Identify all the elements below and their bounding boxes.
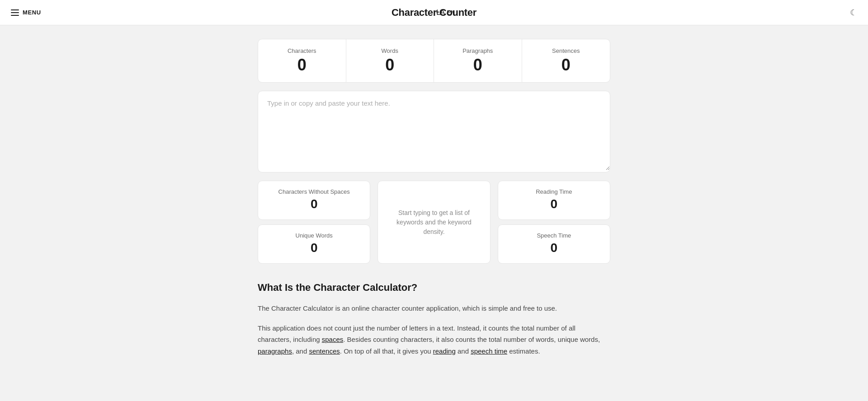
reading-time-card: Reading Time 0 xyxy=(498,181,610,220)
unique-words-label: Unique Words xyxy=(267,232,361,239)
paragraphs-label: Paragraphs xyxy=(443,47,513,54)
unique-words-card: Unique Words 0 xyxy=(258,224,370,264)
stats-row: Characters 0 Words 0 Paragraphs 0 Senten… xyxy=(258,39,610,83)
spaces-link[interactable]: spaces xyxy=(322,336,344,343)
info-para2-part3: , and xyxy=(292,347,309,355)
info-para2-part5: and xyxy=(456,347,471,355)
text-input[interactable] xyxy=(258,91,610,170)
words-label: Words xyxy=(355,47,425,54)
info-para-2: This application does not count just the… xyxy=(258,322,610,357)
keyword-card: Start typing to get a list of keywords a… xyxy=(377,181,490,264)
info-para-1: The Character Calculator is an online ch… xyxy=(258,303,610,314)
app-title: Character Counter xyxy=(392,7,476,19)
chars-no-spaces-label: Characters Without Spaces xyxy=(267,188,361,195)
textarea-container xyxy=(258,91,610,173)
paragraphs-link[interactable]: paragraphs xyxy=(258,347,292,355)
speech-time-link[interactable]: speech time xyxy=(471,347,507,355)
sentences-value: 0 xyxy=(531,57,601,73)
chars-no-spaces-value: 0 xyxy=(267,197,361,211)
sentences-label: Sentences xyxy=(531,47,601,54)
keyword-hint: Start typing to get a list of keywords a… xyxy=(387,208,481,237)
characters-label: Characters xyxy=(267,47,337,54)
speech-time-label: Speech Time xyxy=(507,232,601,239)
characters-value: 0 xyxy=(267,57,337,73)
info-para2-part4: . On top of all that, it gives you xyxy=(340,347,433,355)
words-card: Words 0 xyxy=(346,39,434,82)
reading-link[interactable]: reading xyxy=(433,347,456,355)
menu-label: MENU xyxy=(23,9,41,16)
unique-words-value: 0 xyxy=(267,241,361,255)
reading-time-label: Reading Time xyxy=(507,188,601,195)
main-content: Characters 0 Words 0 Paragraphs 0 Senten… xyxy=(249,25,619,383)
paragraphs-value: 0 xyxy=(443,57,513,73)
characters-card: Characters 0 xyxy=(258,39,346,82)
bottom-right-col: Reading Time 0 Speech Time 0 xyxy=(498,181,610,264)
menu-icon xyxy=(11,9,19,16)
menu-button[interactable]: MENU xyxy=(11,9,41,16)
info-para2-part6: estimates. xyxy=(507,347,540,355)
reading-time-value: 0 xyxy=(507,197,601,211)
sentences-link[interactable]: sentences xyxy=(309,347,340,355)
dark-mode-icon[interactable]: ☾ xyxy=(850,8,857,18)
characters-without-spaces-card: Characters Without Spaces 0 xyxy=(258,181,370,220)
header: MENU ⱠA EN Character Counter ☾ xyxy=(0,0,868,25)
speech-time-card: Speech Time 0 xyxy=(498,224,610,264)
info-section: What Is the Character Calculator? The Ch… xyxy=(258,282,610,357)
info-para2-part2: . Besides counting characters, it also c… xyxy=(343,336,600,343)
bottom-left-col: Characters Without Spaces 0 Unique Words… xyxy=(258,181,370,264)
bottom-stats: Characters Without Spaces 0 Unique Words… xyxy=(258,181,610,264)
speech-time-value: 0 xyxy=(507,241,601,255)
sentences-card: Sentences 0 xyxy=(522,39,610,82)
info-title: What Is the Character Calculator? xyxy=(258,282,610,294)
header-right: ☾ xyxy=(850,8,857,18)
paragraphs-card: Paragraphs 0 xyxy=(434,39,522,82)
words-value: 0 xyxy=(355,57,425,73)
